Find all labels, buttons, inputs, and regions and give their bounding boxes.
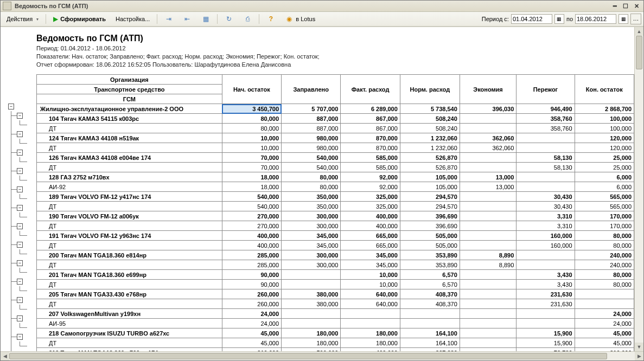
cell-value bbox=[460, 319, 516, 328]
report-area[interactable]: Ведомость по ГСМ (АТП) Период: 01.04.201… bbox=[1, 27, 634, 351]
cell-value: 180,000 bbox=[282, 338, 341, 348]
cell-value: 300,000 bbox=[282, 221, 341, 231]
table-row[interactable]: 190 Тягач VOLVO FM-12 а006ук270,000300,0… bbox=[37, 211, 634, 221]
table-row[interactable]: 218 Самопогрузчик ISUZU TURBO а627хс45,0… bbox=[37, 328, 634, 338]
expand-icon: ⇤ bbox=[183, 15, 192, 23]
hscroll-thumb[interactable] bbox=[9, 353, 607, 359]
calendar-from-button[interactable]: ▦ bbox=[554, 14, 564, 24]
cell-value: 160,000 bbox=[517, 231, 575, 241]
tree-node[interactable]: − bbox=[17, 315, 23, 321]
tool-collapse-button[interactable]: ⇥ bbox=[161, 13, 177, 25]
vertical-scrollbar[interactable]: ▲ ▼ bbox=[634, 27, 643, 351]
tree-node[interactable]: − bbox=[17, 113, 23, 119]
tree-node[interactable]: − bbox=[17, 260, 23, 266]
tree-node[interactable]: − bbox=[17, 297, 23, 303]
tool-expand-button[interactable]: ⇤ bbox=[179, 13, 195, 25]
date-to-input[interactable] bbox=[575, 14, 616, 24]
cell-value: 120,000 bbox=[575, 133, 634, 143]
table-row[interactable]: 104 Тягач КАМАЗ 54115 к003рс80,000887,00… bbox=[37, 114, 634, 124]
cell-value: 980,000 bbox=[282, 133, 341, 143]
table-row[interactable]: 128 ГАЗ 2752 м710вх18,00080,00092,000105… bbox=[37, 172, 634, 182]
tree-node[interactable]: − bbox=[17, 242, 23, 248]
cell-value: 80,000 bbox=[222, 114, 281, 124]
row-description: 200 Тягач MAN TGA18.360 е814нр bbox=[37, 250, 222, 260]
scroll-thumb[interactable] bbox=[636, 36, 642, 69]
table-row[interactable]: ДТ260,000380,000640,000408,370231,630 bbox=[37, 299, 634, 309]
table-row[interactable]: ДТ285,000300,000345,000353,8908,890240,0… bbox=[37, 260, 634, 270]
lotus-button[interactable]: ◉в Lotus bbox=[281, 13, 319, 25]
tree-node[interactable]: − bbox=[17, 131, 23, 137]
cell-value: 3,430 bbox=[517, 280, 575, 289]
tool-refresh-button[interactable]: ↻ bbox=[221, 13, 237, 25]
table-row[interactable]: ДТ90,00010,0006,5703,43080,000 bbox=[37, 280, 634, 289]
tool-print-button[interactable]: ⎙ bbox=[239, 13, 256, 25]
settings-button[interactable]: Настройка... bbox=[112, 14, 154, 24]
form-button[interactable]: ▶Сформировать bbox=[49, 14, 110, 24]
table-row[interactable]: ДТ45,000180,000180,000164,10015,90045,00… bbox=[37, 338, 634, 348]
help-button[interactable]: ? bbox=[263, 13, 279, 25]
table-row[interactable]: ДТ270,000300,000400,000396,6903,310170,0… bbox=[37, 221, 634, 231]
date-from-input[interactable] bbox=[511, 14, 552, 24]
table-row[interactable]: АИ-9218,00080,00092,000105,00013,0006,00… bbox=[37, 182, 634, 192]
table-row[interactable]: 200 Тягач MAN TGA18.360 е814нр285,000300… bbox=[37, 250, 634, 260]
tree-node[interactable]: − bbox=[17, 186, 23, 192]
cell-value bbox=[575, 289, 634, 299]
horizontal-scrollbar[interactable]: ◀ ▶ bbox=[1, 351, 643, 360]
table-row[interactable]: 126 Тягач КАМАЗ 44108 е004ве 17470,00054… bbox=[37, 153, 634, 163]
cell-value: 5 738,540 bbox=[400, 104, 460, 114]
cell-value bbox=[400, 309, 460, 319]
cell-value: 6,570 bbox=[400, 280, 460, 289]
cell-value: 540,000 bbox=[282, 153, 341, 163]
table-row[interactable]: ДТ400,000345,000665,000505,000160,00080,… bbox=[37, 241, 634, 250]
cell-value bbox=[282, 309, 341, 319]
cell-value: 260,000 bbox=[222, 289, 281, 299]
maximize-button[interactable]: ☐ bbox=[621, 2, 630, 10]
table-row[interactable]: 189 Тягач VOLVO FM-12 у417нс 174540,0003… bbox=[37, 192, 634, 202]
table-row[interactable]: Жилищно-эксплуатационное управление-2 ОО… bbox=[37, 104, 634, 114]
scroll-right-button[interactable]: ▶ bbox=[635, 352, 643, 360]
table-row[interactable]: ДТ80,000887,000867,000508,240358,760100,… bbox=[37, 124, 634, 133]
calendar-to-button[interactable]: ▦ bbox=[619, 14, 628, 24]
actions-menu[interactable]: Действия bbox=[3, 14, 42, 24]
tree-node[interactable]: − bbox=[17, 150, 23, 156]
tree-node[interactable]: − bbox=[8, 104, 14, 109]
tool-grid-button[interactable]: ▦ bbox=[197, 13, 214, 25]
cell-value: 70,000 bbox=[222, 163, 281, 172]
cell-value: 25,000 bbox=[575, 163, 634, 172]
table-row[interactable]: ДТ70,000540,000585,000526,87058,13025,00… bbox=[37, 163, 634, 172]
table-row[interactable]: 201 Тягач MAN TGA18.360 е699нр90,00010,0… bbox=[37, 270, 634, 280]
row-description: 207 VolkswagenMultivan у199хн bbox=[37, 309, 222, 319]
scroll-up-button[interactable]: ▲ bbox=[635, 27, 643, 36]
grid-icon: ▦ bbox=[201, 15, 210, 23]
period-more-button[interactable]: … bbox=[630, 14, 641, 24]
table-row[interactable]: 205 Тягач MAN TGA33.430 е768нр260,000380… bbox=[37, 289, 634, 299]
table-row[interactable]: ДТ10,000980,000870,0001 232,060362,06012… bbox=[37, 143, 634, 153]
scroll-down-button[interactable]: ▼ bbox=[635, 343, 643, 351]
table-row[interactable]: 191 Тягач VOLVO FM-12 у963нс 174400,0003… bbox=[37, 231, 634, 241]
table-row[interactable]: 124 Тягач КАМАЗ 44108 н519ак10,000980,00… bbox=[37, 133, 634, 143]
minimize-button[interactable]: ━ bbox=[610, 2, 620, 10]
cell-value: 25,000 bbox=[575, 153, 634, 163]
cell-value bbox=[517, 319, 575, 328]
cell-value: 80,000 bbox=[575, 231, 634, 241]
tree-node[interactable]: − bbox=[17, 334, 23, 340]
cell-value bbox=[460, 338, 516, 348]
tree-node[interactable]: − bbox=[17, 168, 23, 174]
cell-value: 1 232,060 bbox=[400, 143, 460, 153]
cell-value bbox=[517, 309, 575, 319]
cell-value: 231,630 bbox=[517, 299, 575, 309]
table-row[interactable]: АИ-9524,00024,000 bbox=[37, 319, 634, 328]
table-row[interactable]: 219 Тягач MAN TGA18.360 в769нх 174210,00… bbox=[37, 348, 634, 352]
tree-node[interactable]: − bbox=[17, 223, 23, 229]
cell-value bbox=[517, 172, 575, 182]
scroll-left-button[interactable]: ◀ bbox=[1, 352, 9, 360]
tree-node[interactable]: − bbox=[17, 205, 23, 211]
cell-value bbox=[460, 348, 516, 352]
table-row[interactable]: ДТ540,000350,000325,000294,57030,430565,… bbox=[37, 202, 634, 211]
close-button[interactable]: ✕ bbox=[632, 2, 641, 10]
cell-value: 380,000 bbox=[282, 299, 341, 309]
cell-value: 350,000 bbox=[282, 192, 341, 202]
tree-node[interactable]: − bbox=[17, 279, 23, 285]
table-row[interactable]: 207 VolkswagenMultivan у199хн24,00024,00… bbox=[37, 309, 634, 319]
cell-value: 300,000 bbox=[282, 260, 341, 270]
